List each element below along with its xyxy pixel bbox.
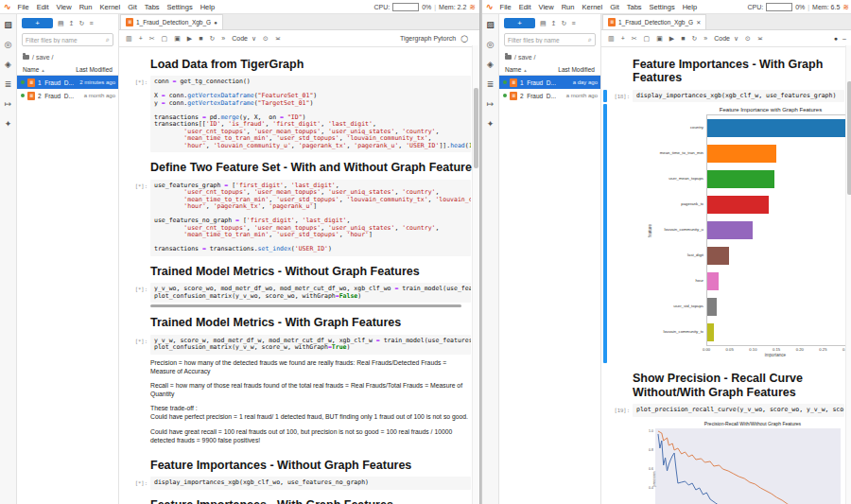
upload-icon[interactable]: ↥ bbox=[551, 20, 557, 26]
menu-item-run[interactable]: Run bbox=[558, 3, 579, 11]
menu-item-run[interactable]: Run bbox=[76, 3, 96, 11]
column-last-modified[interactable]: Last Modified bbox=[76, 66, 113, 73]
files-icon[interactable]: ▨ bbox=[4, 21, 12, 29]
menu-item-tabs[interactable]: Tabs bbox=[141, 3, 164, 11]
cell-type-dropdown[interactable]: Code∨ bbox=[232, 35, 256, 42]
add-icon[interactable]: + bbox=[621, 35, 625, 42]
save-icon[interactable]: ▥ bbox=[126, 35, 132, 42]
output-collapser[interactable] bbox=[603, 419, 607, 504]
copy-icon[interactable]: ▢ bbox=[162, 35, 168, 42]
markdown-cell[interactable]: Trained Model Metrics - With Graph Featu… bbox=[121, 309, 471, 332]
breadcrumb-path[interactable]: / save / bbox=[514, 54, 536, 61]
refresh-icon[interactable]: ↻ bbox=[79, 20, 85, 26]
markdown-cell[interactable]: Show Precision - Recall Curve Without/Wi… bbox=[603, 365, 844, 402]
cell-collapser[interactable] bbox=[603, 404, 607, 417]
column-last-modified[interactable]: Last Modified bbox=[558, 66, 595, 73]
cell-collapser[interactable] bbox=[603, 51, 607, 88]
cell-collapser[interactable] bbox=[121, 154, 125, 177]
new-folder-icon[interactable]: ▤ bbox=[58, 20, 64, 26]
markdown-cell[interactable]: Feature Importances - With Graph Feature… bbox=[603, 51, 844, 88]
code-cell[interactable]: [*]:display_importances_xgb(xgb_clf_wo, … bbox=[121, 477, 471, 490]
vertical-scrollbar[interactable] bbox=[472, 45, 479, 504]
column-name[interactable]: Name bbox=[23, 66, 39, 73]
code-editor[interactable]: y_v_wo, score_wo, mod_metr_df_wo, mod_me… bbox=[150, 283, 471, 303]
menu-item-view[interactable]: View bbox=[535, 3, 558, 11]
menu-item-git[interactable]: Git bbox=[606, 3, 623, 11]
markdown-cell[interactable]: Precision = how many of the detected fra… bbox=[121, 356, 471, 450]
markdown-cell[interactable]: Load Data from TigerGraph bbox=[121, 51, 471, 74]
menu-item-file[interactable]: File bbox=[496, 3, 515, 11]
code-cell[interactable]: [*]:y_v_w, score_w, mod_metr_df_w, mod_m… bbox=[121, 335, 471, 355]
code-cell[interactable]: [19]:plot_precision_recall_curve(y_v_wo,… bbox=[603, 404, 844, 417]
toolbar-overflow-icon[interactable]: – bbox=[842, 35, 846, 42]
cell-collapser[interactable] bbox=[121, 283, 125, 307]
breadcrumb-path[interactable]: / save / bbox=[32, 54, 54, 61]
notebook-tab[interactable]: ≣1_Fraud_Detection_Xgb_G● bbox=[120, 14, 223, 29]
restart-icon[interactable]: ↻ bbox=[691, 35, 697, 42]
filter-files-input[interactable] bbox=[26, 37, 92, 43]
cell-collapser[interactable] bbox=[121, 76, 125, 152]
filter-files-input[interactable] bbox=[508, 37, 574, 43]
menu-item-edit[interactable]: Edit bbox=[33, 3, 53, 11]
stop-icon[interactable]: ■ bbox=[681, 35, 685, 42]
code-cell[interactable]: [*]:use_features_graph = ['first_digit',… bbox=[121, 180, 471, 256]
output-collapser[interactable] bbox=[603, 104, 607, 363]
files-icon[interactable]: ▨ bbox=[486, 21, 495, 29]
run-icon[interactable]: ▶ bbox=[187, 35, 192, 42]
restart-icon[interactable]: ↻ bbox=[209, 35, 215, 42]
markdown-cell[interactable]: Define Two Feature Set - With and Withou… bbox=[121, 154, 471, 177]
menu-item-kernel[interactable]: Kernel bbox=[96, 3, 124, 11]
new-launcher-button[interactable]: + bbox=[504, 18, 535, 28]
cell-collapser[interactable] bbox=[121, 51, 125, 74]
more-icon[interactable]: ≡ bbox=[89, 20, 93, 26]
cell-collapser[interactable] bbox=[121, 356, 125, 450]
paste-icon[interactable]: ▣ bbox=[174, 35, 181, 42]
terminal-icon[interactable]: ≍ bbox=[275, 35, 281, 42]
cell-collapser[interactable] bbox=[121, 452, 125, 475]
horizontal-scrollbar[interactable] bbox=[150, 304, 461, 307]
commands-icon[interactable]: ↦ bbox=[487, 100, 495, 109]
menu-item-help[interactable]: Help bbox=[197, 3, 218, 11]
fastforward-icon[interactable]: » bbox=[221, 35, 225, 42]
code-cell[interactable]: [*]:conn = get_tg_connection() X = conn.… bbox=[121, 76, 471, 152]
cell-collapser[interactable] bbox=[121, 258, 125, 281]
cell-collapser[interactable] bbox=[121, 180, 125, 256]
tab-close-icon[interactable]: ● bbox=[214, 20, 217, 26]
add-icon[interactable]: + bbox=[139, 35, 143, 42]
toc-icon[interactable]: ≣ bbox=[5, 80, 12, 89]
menu-item-edit[interactable]: Edit bbox=[515, 3, 535, 11]
markdown-cell[interactable]: Trained Model Metrics - Without Graph Fe… bbox=[121, 258, 471, 281]
toc-icon[interactable]: ≣ bbox=[487, 80, 495, 89]
file-row[interactable]: ≣2_Fraud_D...a month ago bbox=[499, 89, 600, 102]
menu-item-settings[interactable]: Settings bbox=[164, 3, 197, 11]
menu-item-tabs[interactable]: Tabs bbox=[623, 3, 646, 11]
menu-item-kernel[interactable]: Kernel bbox=[578, 3, 606, 11]
refresh-icon[interactable]: ↻ bbox=[562, 20, 567, 26]
paste-icon[interactable]: ▣ bbox=[656, 35, 663, 42]
code-editor[interactable]: display_importances_xgb(xgb_clf_wo, use_… bbox=[150, 477, 471, 490]
tab-close-icon[interactable]: ✕ bbox=[696, 19, 701, 26]
git-icon[interactable]: ◈ bbox=[487, 61, 494, 69]
code-cell[interactable]: [18]:display_importances_xgb(xgb_clf_w, … bbox=[603, 90, 844, 103]
menu-item-git[interactable]: Git bbox=[124, 3, 141, 11]
markdown-cell[interactable]: Feature Importances - Without Graph Feat… bbox=[121, 452, 471, 475]
stop-icon[interactable]: ■ bbox=[199, 35, 202, 42]
file-row[interactable]: ≣2_Fraud_D...a month ago bbox=[17, 89, 118, 102]
menu-item-view[interactable]: View bbox=[53, 3, 76, 11]
file-row[interactable]: ≣1_Fraud_D...2 minutes ago bbox=[17, 76, 118, 89]
cut-icon[interactable]: ✂ bbox=[149, 35, 155, 42]
file-row[interactable]: ≣1_Fraud_D...a day ago bbox=[499, 76, 600, 89]
menu-item-settings[interactable]: Settings bbox=[646, 3, 679, 11]
fastforward-icon[interactable]: » bbox=[703, 35, 707, 42]
cell-collapser[interactable] bbox=[121, 477, 125, 490]
run-icon[interactable]: ▶ bbox=[669, 35, 674, 42]
upload-icon[interactable]: ↥ bbox=[69, 20, 75, 26]
running-icon[interactable]: ◎ bbox=[487, 41, 495, 49]
cell-type-dropdown[interactable]: Code∨ bbox=[714, 35, 738, 42]
clock-icon[interactable]: ⊙ bbox=[263, 35, 269, 42]
cell-collapser[interactable] bbox=[603, 365, 607, 402]
commands-icon[interactable]: ↦ bbox=[5, 100, 12, 109]
more-icon[interactable]: ≡ bbox=[571, 20, 575, 26]
git-icon[interactable]: ◈ bbox=[5, 61, 11, 69]
cell-collapser[interactable] bbox=[603, 90, 607, 103]
